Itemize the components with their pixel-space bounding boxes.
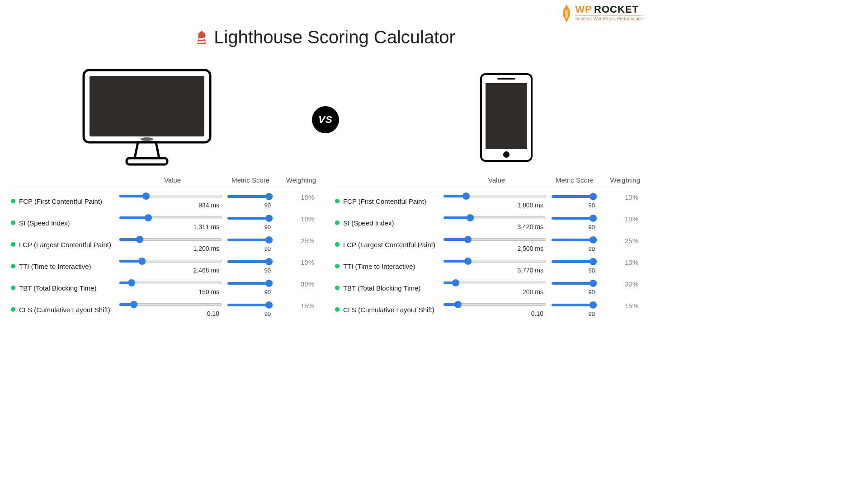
desktop-metric-row: LCP (Largest Contentful Paint)1,200 ms90… — [11, 230, 316, 252]
value-slider[interactable] — [443, 302, 546, 307]
score-slider[interactable] — [227, 216, 274, 221]
score-slider[interactable] — [552, 216, 598, 221]
value-text: 1,800 ms — [443, 202, 546, 209]
status-dot-icon — [11, 221, 15, 225]
weight-text: 10% — [599, 215, 640, 223]
col-metric-score: Metric Score — [226, 176, 275, 184]
score-slider[interactable] — [552, 194, 598, 199]
value-text: 934 ms — [119, 202, 222, 209]
value-slider[interactable] — [443, 193, 546, 199]
desktop-metric-row: TTI (Time to Interactive)2,468 ms9010% — [11, 252, 316, 274]
metric-name: CLS (Cumulative Layout Shift) — [343, 306, 434, 314]
score-text: 90 — [227, 245, 274, 252]
col-weighting: Weighting — [599, 176, 640, 184]
score-cell: 90 — [226, 216, 275, 230]
value-slider[interactable] — [119, 215, 222, 221]
value-slider[interactable] — [443, 258, 546, 264]
value-slider[interactable] — [443, 215, 546, 221]
value-slider[interactable] — [119, 280, 222, 286]
vs-badge: VS — [312, 106, 339, 133]
status-dot-icon — [11, 307, 15, 312]
metric-label: LCP (Largest Contentful Paint) — [335, 241, 443, 249]
phone-icon — [479, 72, 533, 163]
score-slider[interactable] — [227, 237, 274, 243]
desktop-metric-row: SI (Speed Index)1,311 ms9010% — [11, 209, 316, 230]
weight-text: 10% — [275, 193, 316, 201]
metric-label: LCP (Largest Contentful Paint) — [11, 241, 119, 249]
status-dot-icon — [335, 242, 340, 247]
score-slider[interactable] — [227, 194, 274, 199]
metric-name: TBT (Total Blocking Time) — [19, 284, 96, 292]
value-cell: 150 ms — [119, 280, 226, 296]
svg-rect-6 — [497, 78, 515, 80]
value-slider[interactable] — [119, 258, 222, 264]
metric-name: FCP (First Contentful Paint) — [19, 197, 102, 205]
weight-text: 10% — [599, 193, 640, 201]
logo-word-2: ROCKET — [594, 4, 639, 15]
metric-label: SI (Speed Index) — [11, 219, 119, 227]
metric-name: TTI (Time to Interactive) — [343, 263, 415, 270]
score-text: 90 — [552, 202, 598, 209]
device-comparison: VS — [0, 68, 651, 172]
score-slider[interactable] — [552, 237, 598, 243]
metric-label: SI (Speed Index) — [335, 219, 443, 227]
value-text: 0.10 — [119, 310, 222, 317]
metric-label: TBT (Total Blocking Time) — [335, 284, 443, 292]
lighthouse-icon — [196, 31, 208, 44]
weight-text: 30% — [599, 280, 640, 288]
score-text: 90 — [227, 202, 274, 209]
value-text: 0.10 — [443, 310, 546, 317]
value-text: 2,468 ms — [119, 267, 222, 274]
score-cell: 90 — [226, 237, 275, 252]
mobile-metric-row: TBT (Total Blocking Time)200 ms9030% — [335, 274, 640, 296]
value-text: 200 ms — [443, 288, 546, 296]
col-weighting: Weighting — [275, 176, 316, 184]
score-slider[interactable] — [552, 302, 598, 308]
score-cell: 90 — [550, 259, 599, 274]
weight-text: 10% — [275, 258, 316, 266]
value-cell: 1,800 ms — [443, 193, 550, 209]
status-dot-icon — [335, 307, 340, 312]
svg-point-2 — [141, 137, 153, 141]
svg-rect-1 — [90, 76, 204, 136]
score-text: 90 — [552, 289, 598, 296]
metric-name: SI (Speed Index) — [343, 219, 394, 227]
score-text: 90 — [552, 224, 598, 230]
svg-rect-5 — [486, 83, 527, 149]
score-cell: 90 — [550, 216, 599, 230]
score-slider[interactable] — [552, 281, 598, 286]
metric-name: LCP (Largest Contentful Paint) — [19, 241, 111, 249]
value-slider[interactable] — [119, 193, 222, 199]
value-slider[interactable] — [443, 280, 546, 286]
metric-label: FCP (First Contentful Paint) — [335, 197, 443, 205]
value-text: 2,500 ms — [443, 245, 546, 252]
score-slider[interactable] — [552, 259, 598, 264]
mobile-metric-row: LCP (Largest Contentful Paint)2,500 ms90… — [335, 230, 640, 252]
metric-name: LCP (Largest Contentful Paint) — [343, 241, 435, 249]
value-slider[interactable] — [119, 302, 222, 307]
metric-name: TTI (Time to Interactive) — [19, 263, 91, 270]
value-text: 1,200 ms — [119, 245, 222, 252]
status-dot-icon — [11, 199, 15, 203]
score-cell: 90 — [226, 259, 275, 274]
score-slider[interactable] — [227, 281, 274, 286]
score-slider[interactable] — [227, 302, 274, 308]
page-title: Lighthouse Scoring Calculator — [214, 27, 455, 47]
score-cell: 90 — [550, 194, 599, 209]
mobile-metric-row: FCP (First Contentful Paint)1,800 ms9010… — [335, 187, 640, 209]
score-slider[interactable] — [227, 259, 274, 264]
mobile-metrics-panel: Value Metric Score Weighting FCP (First … — [335, 176, 640, 317]
mobile-metric-row: TTI (Time to Interactive)3,770 ms9010% — [335, 252, 640, 274]
mobile-metric-row: SI (Speed Index)3,420 ms9010% — [335, 209, 640, 230]
value-slider[interactable] — [443, 237, 546, 242]
weight-text: 15% — [275, 302, 316, 310]
metric-name: FCP (First Contentful Paint) — [343, 197, 426, 205]
monitor-icon — [81, 68, 212, 167]
mobile-metric-row: CLS (Cumulative Layout Shift)0.109015% — [335, 296, 640, 317]
weight-text: 30% — [275, 280, 316, 288]
value-text: 150 ms — [119, 288, 222, 296]
value-slider[interactable] — [119, 237, 222, 242]
value-cell: 1,311 ms — [119, 215, 226, 230]
metric-label: CLS (Cumulative Layout Shift) — [335, 306, 443, 314]
value-cell: 3,420 ms — [443, 215, 550, 230]
